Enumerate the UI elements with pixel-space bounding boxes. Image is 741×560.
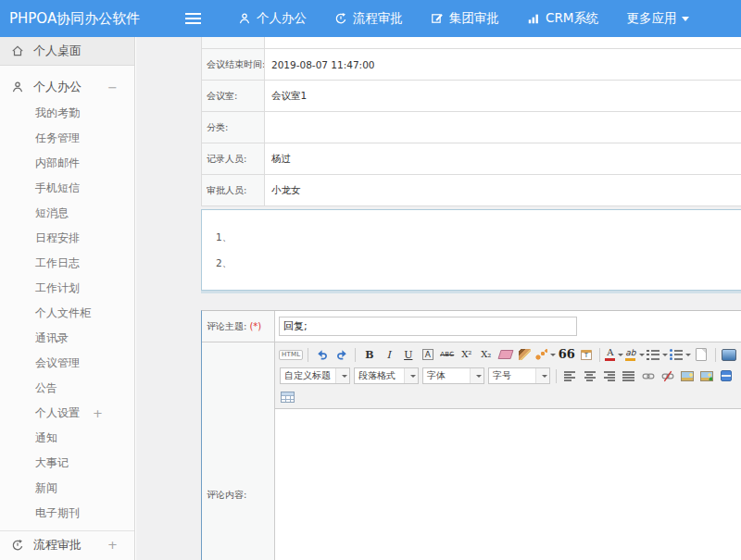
spray-icon xyxy=(535,349,547,360)
highlight-button[interactable]: ab xyxy=(625,346,644,363)
align-right-button[interactable] xyxy=(600,367,618,384)
paste-as-text-button[interactable]: T xyxy=(577,346,595,363)
table-row-recorder: 记录人员:杨过 xyxy=(201,143,741,175)
menu-button[interactable] xyxy=(185,13,201,24)
nav-more-apps[interactable]: 更多应用 xyxy=(626,10,689,27)
sidebar-item-label: 新闻 xyxy=(35,480,57,496)
paragraph-format-select[interactable]: 段落格式 xyxy=(354,367,419,384)
comment-subject-input[interactable] xyxy=(279,317,577,336)
editor-content-area[interactable] xyxy=(275,409,741,560)
nav-group-approval[interactable]: 集团审批 xyxy=(431,10,499,27)
nav-crm-system[interactable]: CRM系统 xyxy=(527,10,598,27)
caret-down-icon xyxy=(662,354,668,359)
sidebar-item-announcement[interactable]: 公告 xyxy=(0,376,134,401)
select-label: 字体 xyxy=(423,369,470,382)
blockquote-button[interactable]: 66 xyxy=(558,346,575,363)
comment-content-row: 评论内容: HTMLBIUAABCX²X₂66TAab自定义标题段落格式字体字号 xyxy=(202,342,741,560)
sidebar-item-personal-file-cabinet[interactable]: 个人文件柜 xyxy=(0,301,134,326)
align-center-button[interactable] xyxy=(581,367,598,384)
nav-label: 流程审批 xyxy=(353,10,403,27)
nav-label: 个人办公 xyxy=(257,10,307,27)
link-button[interactable] xyxy=(639,367,657,384)
undo-button[interactable] xyxy=(313,346,331,363)
sidebar-item-personal-desktop[interactable]: 个人桌面 xyxy=(0,37,134,66)
media-button[interactable] xyxy=(717,367,735,384)
font-family-select[interactable]: 字体 xyxy=(422,367,484,384)
label-text: 评论主题: xyxy=(207,320,246,333)
sidebar-item-label: 大事记 xyxy=(35,455,69,471)
html-source-button[interactable]: HTML xyxy=(279,346,303,363)
align-justify-button[interactable] xyxy=(620,367,637,384)
font-size-select[interactable]: 字号 xyxy=(488,367,550,384)
sidebar-item-my-attendance[interactable]: 我的考勤 xyxy=(0,101,134,126)
expand-icon[interactable]: + xyxy=(93,406,103,420)
image-add-icon xyxy=(700,371,713,381)
sidebar-item-workflow-approval[interactable]: 流程审批+ xyxy=(0,530,134,558)
button-glyph: ABC xyxy=(440,352,454,358)
ordered-list-button[interactable] xyxy=(647,346,668,363)
paste-text-icon: T xyxy=(581,350,592,360)
align-left-button[interactable] xyxy=(561,367,579,384)
sidebar-item-label: 电子期刊 xyxy=(35,505,80,521)
field-label-text: 记录人员: xyxy=(207,153,246,166)
preview-button[interactable] xyxy=(721,346,738,363)
strikethrough-button[interactable]: ABC xyxy=(438,346,456,363)
button-glyph: I xyxy=(387,350,391,360)
new-document-button[interactable] xyxy=(693,346,710,363)
history-icon xyxy=(334,12,347,25)
insert-image-button[interactable] xyxy=(697,367,715,384)
quick-format-button[interactable] xyxy=(535,346,556,363)
sidebar-item-work-plan[interactable]: 工作计划 xyxy=(0,276,134,301)
nav-personal-office[interactable]: 个人办公 xyxy=(238,10,307,27)
sidebar-item-notification[interactable]: 通知 xyxy=(0,426,134,451)
comment-content-label: 评论内容: xyxy=(202,342,275,560)
required-mark: (*) xyxy=(249,321,261,331)
sidebar-item-internal-mail[interactable]: 内部邮件 xyxy=(0,151,134,176)
unordered-list-button[interactable] xyxy=(670,346,691,363)
link-icon xyxy=(642,370,655,382)
sidebar-item-news[interactable]: 新闻 xyxy=(0,476,134,501)
button-glyph: A xyxy=(607,348,613,357)
sidebar-item-work-log[interactable]: 工作日志 xyxy=(0,251,134,276)
image-button[interactable] xyxy=(678,367,696,384)
hamburger-icon xyxy=(185,13,201,24)
format-brush-button[interactable] xyxy=(516,346,534,363)
sidebar-item-short-message[interactable]: 短消息 xyxy=(0,201,134,226)
caret-down-icon xyxy=(550,354,556,359)
sidebar-item-contacts[interactable]: 通讯录 xyxy=(0,326,134,351)
sidebar-item-task-management[interactable]: 任务管理 xyxy=(0,126,134,151)
sidebar-item-personal-office[interactable]: 个人办公− xyxy=(0,73,134,101)
header-nav: 个人办公流程审批集团审批CRM系统更多应用 xyxy=(238,10,717,27)
collapse-icon[interactable]: − xyxy=(107,81,118,94)
bold-button[interactable]: B xyxy=(360,346,378,363)
sidebar-item-schedule[interactable]: 日程安排 xyxy=(0,226,134,251)
heading-select[interactable]: 自定义标题 xyxy=(280,367,350,384)
font-style-button[interactable]: A xyxy=(419,346,436,363)
underline-button[interactable]: U xyxy=(399,346,417,363)
nav-workflow-approval[interactable]: 流程审批 xyxy=(334,10,403,27)
sidebar-item-memorabilia[interactable]: 大事记 xyxy=(0,451,134,476)
sidebar-item-meeting-management[interactable]: 会议管理 xyxy=(0,351,134,376)
sidebar-item-e-journal[interactable]: 电子期刊 xyxy=(0,501,134,526)
sidebar-item-mobile-sms[interactable]: 手机短信 xyxy=(0,176,134,201)
font-color-button[interactable]: A xyxy=(605,346,623,363)
button-glyph: A xyxy=(422,349,433,360)
comment-subject-row: 评论主题: (*) xyxy=(202,311,741,342)
subscript-button[interactable]: X₂ xyxy=(477,346,495,363)
toolbar-row: HTMLBIUAABCX²X₂66TAab xyxy=(278,344,741,365)
expand-icon[interactable]: + xyxy=(107,538,118,552)
table-icon xyxy=(281,392,295,403)
caret-down-icon xyxy=(476,375,482,380)
field-label-text: 会议结束时间: xyxy=(207,58,265,71)
caret-down-icon xyxy=(682,17,689,25)
table-button[interactable] xyxy=(279,389,296,405)
unlink-button[interactable] xyxy=(659,367,676,384)
sidebar-item-label: 个人文件柜 xyxy=(35,305,91,321)
redo-button[interactable] xyxy=(333,346,350,363)
sidebar-item-personal-settings[interactable]: 个人设置+ xyxy=(0,401,134,426)
eraser-button[interactable] xyxy=(496,346,514,363)
superscript-button[interactable]: X² xyxy=(458,346,475,363)
table-row-meeting-room: 会议室:会议室1 xyxy=(201,81,741,112)
comment-subject-label: 评论主题: (*) xyxy=(202,311,275,342)
italic-button[interactable]: I xyxy=(380,346,397,363)
